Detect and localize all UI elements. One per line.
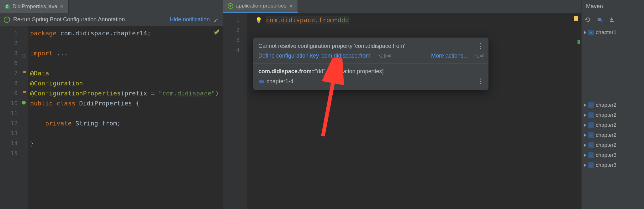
maven-module-icon: m xyxy=(588,30,594,35)
editor-right: application.properties ✕ 1 2 3 4 💡 com.d… xyxy=(223,0,581,209)
line-number: 15 xyxy=(0,148,28,158)
reload-icon[interactable] xyxy=(585,17,591,23)
line-number: 2 xyxy=(223,25,247,35)
tab-label: application.properties xyxy=(236,3,287,9)
svg-point-7 xyxy=(230,5,231,7)
line-number: 3+ xyxy=(0,48,28,58)
gutter-left: 1 2 3+ 6 7 8 9 10 11 12 13 14 15 xyxy=(0,26,28,209)
maven-panel: Maven mchapter1 mchapter2 mchapter2 mcha… xyxy=(581,0,644,209)
wrench-icon[interactable] xyxy=(213,17,219,23)
expand-icon[interactable] xyxy=(584,134,586,137)
maven-module-icon: m xyxy=(588,122,594,128)
expand-icon[interactable] xyxy=(584,154,586,157)
expand-icon[interactable] xyxy=(584,124,586,127)
line-number: 11 xyxy=(0,108,28,118)
maven-module-icon: m xyxy=(588,162,594,168)
line-number: 9 xyxy=(0,88,28,98)
maven-toolbar xyxy=(582,13,644,26)
maven-module-icon: m xyxy=(588,132,594,138)
expand-icon[interactable] xyxy=(584,144,586,147)
module-name[interactable]: chapter1-4 xyxy=(267,78,293,85)
maven-module-row[interactable]: mchapter2 xyxy=(582,120,644,130)
spring-boot-icon xyxy=(4,17,10,23)
line-number: 12 xyxy=(0,118,28,128)
maven-module-row[interactable]: mchapter2 xyxy=(582,100,644,110)
download-sources-icon[interactable] xyxy=(597,17,603,23)
tab-bar-left: C DidiProperties.java ✕ xyxy=(0,0,223,13)
more-icon[interactable]: ⋮ xyxy=(477,77,483,85)
expand-icon[interactable] xyxy=(584,104,586,107)
close-icon[interactable]: ✕ xyxy=(60,4,64,9)
line-number: 4 xyxy=(223,45,247,55)
line-number: 10 xyxy=(0,98,28,108)
svg-text:C: C xyxy=(6,5,8,8)
shortcut-hint: ⌥⏎ xyxy=(474,53,483,59)
svg-rect-8 xyxy=(262,82,263,83)
line-number: 1 xyxy=(0,28,28,38)
tab-didiproperties[interactable]: C DidiProperties.java ✕ xyxy=(0,0,69,13)
more-icon[interactable]: ⋮ xyxy=(477,42,483,50)
download-icon[interactable] xyxy=(609,17,615,23)
expand-icon[interactable] xyxy=(584,114,586,117)
svg-point-5 xyxy=(22,101,26,104)
gutter-marker-icon[interactable] xyxy=(23,90,26,94)
tab-bar-right: application.properties ✕ xyxy=(223,0,581,13)
tab-application-properties[interactable]: application.properties ✕ xyxy=(223,0,298,13)
maven-title[interactable]: Maven xyxy=(582,0,644,13)
maven-module-row[interactable]: mchapter3 xyxy=(582,160,644,170)
occurrence-line[interactable]: com.didispace.from="dd" [application.pro… xyxy=(258,68,483,75)
shortcut-hint: ⌥⇧⏎ xyxy=(377,53,391,59)
code-area-left[interactable]: 1 2 3+ 6 7 8 9 10 11 12 13 14 15 package… xyxy=(0,26,223,209)
module-icon xyxy=(258,79,264,84)
maven-module-row[interactable]: mchapter1 xyxy=(582,28,644,38)
maven-module-icon: m xyxy=(588,112,594,118)
spring-config-icon xyxy=(228,3,233,9)
bean-icon[interactable] xyxy=(21,100,26,105)
line-number: 7 xyxy=(0,68,28,78)
define-config-key-link[interactable]: Define configuration key 'com.didispace.… xyxy=(258,53,372,59)
line-number: 6 xyxy=(0,58,28,68)
code-content-left[interactable]: package com.didispace.chapter14; import … xyxy=(28,26,223,209)
expand-icon[interactable] xyxy=(584,164,586,167)
tab-label: DidiProperties.java xyxy=(13,3,57,10)
line-number: 13 xyxy=(0,128,28,138)
gutter-marker-icon[interactable] xyxy=(23,70,26,74)
gutter-right: 1 2 3 4 xyxy=(223,13,247,209)
inspection-ok-icon[interactable] xyxy=(214,29,220,36)
maven-module-row[interactable]: mchapter2 xyxy=(582,110,644,120)
inspection-popup: Cannot resolve configuration property 'c… xyxy=(253,38,488,90)
bulb-icon[interactable]: 💡 xyxy=(255,17,262,23)
expand-icon[interactable] xyxy=(584,31,586,34)
line-number: 8 xyxy=(0,78,28,88)
class-file-icon: C xyxy=(4,4,10,9)
maven-module-icon: m xyxy=(588,102,594,108)
editor-left: C DidiProperties.java ✕ Re-run Spring Bo… xyxy=(0,0,223,209)
line-number: 14 xyxy=(0,138,28,148)
popup-title: Cannot resolve configuration property 'c… xyxy=(258,43,477,49)
close-icon[interactable]: ✕ xyxy=(289,3,293,9)
maven-tree[interactable]: mchapter1 mchapter2 mchapter2 mchapter2 … xyxy=(582,26,644,209)
maven-module-row[interactable]: mchapter3 xyxy=(582,150,644,160)
svg-rect-4 xyxy=(23,91,26,93)
maven-module-row[interactable]: mchapter2 xyxy=(582,140,644,150)
line-number: 1 xyxy=(223,15,247,25)
more-actions-link[interactable]: More actions... xyxy=(431,53,468,59)
maven-module-icon: m xyxy=(588,142,594,148)
notification-message: Re-run Spring Boot Configuration Annotat… xyxy=(13,16,166,23)
maven-module-row[interactable]: mchapter2 xyxy=(582,130,644,140)
svg-rect-3 xyxy=(23,71,26,73)
hide-notification-link[interactable]: Hide notification xyxy=(170,16,210,23)
maven-module-icon: m xyxy=(588,152,594,158)
line-number: 2 xyxy=(0,38,28,48)
line-number: 3 xyxy=(223,35,247,45)
notification-bar: Re-run Spring Boot Configuration Annotat… xyxy=(0,13,223,26)
